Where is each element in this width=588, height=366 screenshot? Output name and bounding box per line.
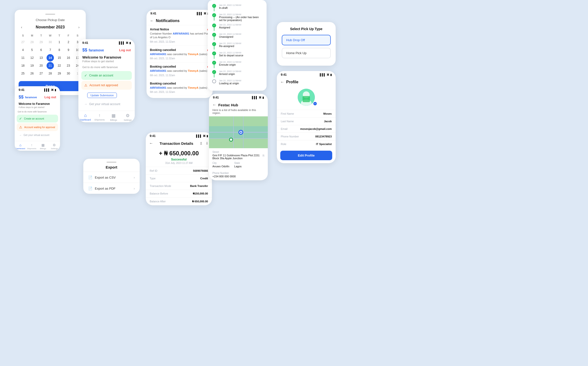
calendar-day[interactable]: 20 [37,62,45,69]
check-icon: ✓ [213,52,215,55]
nav-shipments[interactable]: ↑ Shipments [93,113,107,121]
calendar-day[interactable]: 26 [28,70,36,77]
calendar-day[interactable]: 30 [65,70,72,77]
pickup-type-option[interactable]: Home Pick Up [282,48,331,58]
timeline-info: Jan 22, 2022 11:58AM Enroute origin [219,61,263,66]
logout-button[interactable]: Log out [44,95,56,99]
calendar-day[interactable]: 19 [28,62,36,69]
status-bar: 9:41 ▌▌▌ ⌘ ▮ [147,10,213,16]
txn-row-label: Balance After [150,200,166,203]
nav-billings[interactable]: ▦ Billings [37,143,49,150]
calendar-day[interactable]: 25 [19,70,27,77]
profile-title: Profile [286,80,298,84]
chevron-right-icon: › [134,187,135,190]
back-button[interactable]: ← [149,141,153,146]
nav-dashboard[interactable]: ⌂ Dashboard [78,113,93,121]
back-button[interactable]: ← [212,103,216,107]
nav-shipments[interactable]: ↑ Shipments [26,143,37,150]
signal-icon: ▌▌▌ [119,41,125,44]
calendar-day[interactable]: 4 [19,46,27,54]
share-icon[interactable]: ⇫ [200,141,203,145]
calendar-day[interactable]: 22 [56,62,63,69]
nav-dashboard[interactable]: ⌂ Dashboard [15,143,26,150]
pickup-type-option[interactable]: Hub Drop Off [282,35,331,45]
wifi-icon: ⌘ [203,134,206,138]
timeline-label: Loading at origin [219,82,263,85]
calendar-day[interactable]: 29 [56,70,63,77]
calendar-day[interactable]: 21 [47,62,54,69]
calendar-day[interactable]: 8 [56,46,63,54]
calendar-day[interactable]: 11 [19,54,27,61]
hub-header: ← Festac Hub [209,100,268,109]
status-icons: ▌▌▌ ⌘ ▮ [320,73,332,76]
notif-header: ← Notifications [147,16,213,25]
logout-button[interactable]: Log out [119,48,131,52]
export-option[interactable]: 📄 Export as CSV › [83,172,140,183]
welcome-section: Welcome to Faramove Follow steps to get … [15,100,60,109]
notification-item[interactable]: Booking cancelled AIRFARA001 was cancele… [147,62,213,79]
time-display: 9:41 [19,88,24,92]
notification-item[interactable]: Arrival Notice Container Number AIRFARA0… [147,25,213,46]
calendar-day[interactable]: 27 [37,70,45,77]
nav-dashboard-label: Dashboard [16,147,25,150]
export-title: Export [83,165,140,169]
notification-item[interactable]: Booking cancelled AIRFARA001 was cancele… [147,46,213,62]
bottom-nav: ⌂ Dashboard ↑ Shipments ▦ Billings ⚙ Set… [15,141,60,151]
calendar-day[interactable]: 6 [37,46,45,54]
calendar-day[interactable]: 30 [47,38,54,46]
calendar-day[interactable]: 15 [56,54,63,61]
check-icon: ✓ [19,117,22,121]
notification-item[interactable]: Booking cancelled AIRFARA001 was cancele… [147,79,213,96]
pickup-type-title: Select Pick Up Type [282,27,331,31]
calendar-day[interactable]: 23 [65,62,72,69]
logo-icon: $$ [82,48,87,53]
prev-month-button[interactable]: ‹ [19,24,24,30]
dashboard-icon: ⌂ [84,113,87,118]
back-button[interactable]: ← [280,80,284,84]
txn-row: Balance Before ₦150,000.00 [146,190,212,197]
calendar-day[interactable]: 1 [56,38,63,46]
calendar-day[interactable]: 28 [28,38,36,46]
next-month-button[interactable]: › [76,24,82,30]
nav-billings[interactable]: ▦ Billings [107,113,121,121]
calendar-day[interactable]: 13 [37,54,45,61]
edit-profile-button[interactable]: Edit Profile [280,151,332,160]
hub-card: 9:41 ▌▌▌ ⌘ ▮ ← Festac Hub Here is a list… [209,94,268,180]
check-icon: ✓ [213,34,215,36]
nav-dashboard-label: Dashboard [80,119,91,121]
nav-settings[interactable]: ⚙ Settings [121,113,135,121]
step-create-account: ✓ Create an account [81,71,132,80]
calendar-day[interactable]: 7 [47,46,54,54]
timeline-info: Jan 22, 2022 11:58AM Loading at origin [219,79,263,85]
profile-field-label: Role [281,143,286,146]
export-option[interactable]: 📄 Export as PDF › [83,183,140,194]
calendar-day[interactable]: 2 [65,38,72,46]
profile-field-value: mosesjacob@gmail.com [300,127,332,130]
section-title: Get to do more with faramove [15,109,60,114]
timeline-dot: ✓ [212,13,216,17]
timeline-label: Re-assigned [219,45,263,48]
timeline-info: Jan 22, 2022 11:58AM Assigned [219,24,263,29]
calendar-day[interactable]: 9 [65,46,72,54]
nav-shipments-label: Shipments [27,147,36,150]
back-button[interactable]: ← [150,19,154,23]
update-submission-button[interactable]: Update Submission [87,93,117,98]
faramove-large-card: 9:41 ▌▌▌ ⌘ ▮ $$ faramove Log out Welcome… [78,39,135,122]
timeline-info: Jan 22, 2022 11:58AM In-draft [219,4,263,9]
calendar-day[interactable]: 18 [19,62,27,69]
avatar-edit-badge[interactable]: ✏ [313,101,317,106]
state-value: Lagos [234,165,242,168]
calendar-day[interactable]: 14 [47,54,54,61]
calendar-day[interactable]: 28 [47,70,54,77]
nav-settings[interactable]: ⚙ Settings [49,143,60,150]
calendar-day[interactable]: 12 [28,54,36,61]
calendar-day[interactable]: 29 [37,38,45,46]
calendar-day[interactable]: 27 [19,38,27,46]
calendar-day[interactable]: 16 [65,54,72,61]
fm-header: $$ faramove Log out [15,93,60,100]
timeline-label: Arrived origin [219,73,263,75]
download-icon[interactable]: ⇩ [206,141,208,145]
copy-icon[interactable]: ⎘ [263,154,264,157]
status-bar: 9:41 ▌▌▌ ⌘ ▮ [146,132,212,139]
calendar-day[interactable]: 5 [28,46,36,54]
